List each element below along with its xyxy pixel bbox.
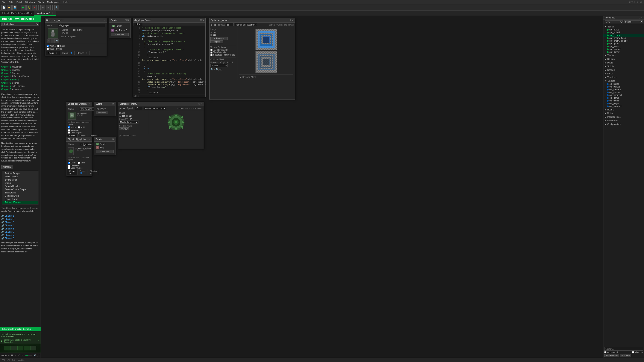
menu-edit[interactable]: Edit [9, 1, 13, 3]
default-select[interactable]: Default [624, 20, 643, 23]
obj-splatter-close[interactable]: ✕ [88, 138, 90, 141]
chapter-item-3[interactable]: Chapter 3 Enemies [1, 72, 39, 75]
tree-obj-bullet2[interactable]: obj_bullet2 [604, 85, 644, 88]
menu-compile-errors[interactable]: Compile Errors [2, 194, 38, 198]
link-ch1[interactable]: 🔗 Chapter 1 [1, 214, 39, 217]
video-progress-track[interactable] [25, 355, 32, 356]
events-expand-btn[interactable]: ⊞ [125, 19, 127, 22]
menu-source-control[interactable]: Source Control Output [2, 188, 38, 191]
next-frame-btn[interactable]: ⏭ [8, 354, 10, 357]
enemy-fps-select[interactable]: frames per second [144, 107, 166, 110]
view-select[interactable]: View [605, 20, 624, 23]
tree-notes-header[interactable]: ▶ Notes [604, 112, 644, 115]
splatter-physics-tab[interactable]: Physics ⚙ [88, 169, 99, 175]
splatter-step-event[interactable]: S Step [95, 146, 114, 149]
link-ch7[interactable]: 🔗 Chapter 7 [1, 234, 39, 237]
enemy-speed-input[interactable] [135, 107, 142, 110]
origin-select[interactable]: Top Left Middle Center [210, 64, 228, 67]
play-btn[interactable]: ▶ [5, 354, 7, 357]
tree-obj-camera[interactable]: obj_camera [604, 88, 644, 91]
tree-obj-game[interactable]: obj_game [604, 96, 644, 99]
obj-player-collapse[interactable]: ─ [101, 19, 102, 22]
link-ch4[interactable]: 🔗 Chapter 4 [1, 224, 39, 227]
enemy-origin-select[interactable]: Middle Center [119, 120, 138, 123]
tree-tilesets-header[interactable]: ▶ Tile Sets [604, 54, 644, 57]
find-prev-btn[interactable]: Find Previous [604, 354, 619, 357]
splatter-add-event-btn[interactable]: Add Event [96, 150, 114, 153]
sprite-enemy-header[interactable]: Sprite: spr_enemy ⊞ ✕ [118, 102, 204, 106]
weapon-events-close[interactable]: ✕ [112, 102, 114, 105]
zoom-in-icon[interactable]: 🔍+ [210, 68, 215, 71]
chapter-dropdown[interactable]: Introduction Chapter 1 - Movement Chapte… [1, 22, 39, 26]
menu-help[interactable]: Help [63, 1, 68, 3]
fps-select[interactable]: frames per second [235, 23, 258, 26]
tree-obj-bullet[interactable]: obj_bullet [604, 82, 644, 85]
zoom-fit-icon[interactable]: ⊡ [220, 68, 222, 71]
menu-syntax-errors[interactable]: Syntax Errors [2, 198, 38, 201]
obj-splatter-header[interactable]: Object: obj_splatter ✕ [66, 137, 92, 142]
obj-weapon-close[interactable]: ✕ [88, 102, 90, 105]
chapter-item-8[interactable]: Chapter 8 Avoidware [1, 88, 39, 91]
chapter-item-6[interactable]: Chapter 6 Sounds [1, 81, 39, 84]
tree-obj-enemy[interactable]: obj_enemy [604, 91, 644, 94]
parent-tab[interactable]: Parent 👤 [60, 51, 74, 55]
tree-scripts-header[interactable]: ▶ Scripts [604, 65, 644, 68]
find-input[interactable] [604, 347, 643, 351]
filter-tips-check[interactable]: Filter Tips [632, 351, 643, 354]
enemy-preview-btn[interactable]: Preview [119, 127, 129, 130]
anim-stop[interactable]: ⏹ [214, 23, 216, 26]
enemy-anim-play[interactable]: ▶ [120, 107, 122, 110]
tree-spr-player[interactable]: spr_player [604, 51, 644, 53]
code-editor-header[interactable]: obj_player Events ⊞ ✕ [133, 18, 206, 22]
anim-play[interactable]: ▶ [211, 23, 213, 26]
workspace-tab[interactable]: Workspace 1 + [34, 11, 56, 16]
enemy-anim-stop[interactable]: ⏹ [123, 107, 125, 110]
step-tab[interactable]: Step [134, 22, 143, 26]
sprite-slasher-close[interactable]: ✕ [292, 19, 294, 22]
create-event[interactable]: C Create [111, 24, 128, 28]
link-ch5[interactable]: 🔗 Chapter 5 [1, 227, 39, 230]
chapter-item-2[interactable]: Chapter 2 Shooting [1, 68, 39, 72]
code-editor-content[interactable]: 1// move open special weapon button 2if(… [133, 26, 206, 95]
obj-player-close[interactable]: ✕ [104, 19, 106, 22]
splatter-solid[interactable]: Solid [78, 162, 85, 164]
weapon-add-event-btn[interactable]: Add Event [96, 111, 108, 114]
chapter-item-4[interactable]: Chapter 4 Effects And Views [1, 75, 39, 78]
splatter-create-event[interactable]: C Create [95, 142, 114, 146]
edit-image-btn[interactable]: Edit Image [210, 37, 228, 40]
search-btn[interactable]: 🔍 [54, 5, 59, 10]
tree-spr-enemy[interactable]: spr_enemy [604, 34, 644, 37]
weapon-visible[interactable]: Visible [68, 126, 76, 128]
menu-texture-groups[interactable]: Texture Groups [2, 172, 38, 175]
tree-sprites-header[interactable]: ▼ Sprites [604, 25, 644, 28]
menu-file[interactable]: File [2, 1, 6, 3]
tree-extensions-header[interactable]: ▶ Extensions [604, 119, 644, 122]
prev-frame-btn[interactable]: ⏮ [1, 354, 4, 357]
tree-spr-bullet2[interactable]: spr_bullet2 [604, 31, 644, 34]
code-editor-close[interactable]: ✕ [202, 19, 204, 22]
tree-configurations-header[interactable]: ▶ Configurations [604, 123, 644, 126]
menu-tools[interactable]: Tools [38, 1, 44, 3]
tree-spr-jesus[interactable]: spr_jesus [604, 45, 644, 48]
add-event-btn[interactable]: Add Event [111, 33, 128, 36]
weapon-events-header[interactable]: Events ✕ [94, 102, 115, 106]
keypress-event[interactable]: K Key Press: 8 [110, 28, 130, 32]
tree-obj-menu[interactable]: obj_menu [604, 99, 644, 102]
tree-included-files-header[interactable]: ▶ Included Files [604, 115, 644, 119]
menu-marketplace[interactable]: Marketplace [47, 1, 60, 3]
volume-btn[interactable]: 🔊 [33, 354, 36, 357]
chapter-item-5[interactable]: Chapter 5 Scoring [1, 78, 39, 81]
menu-audio-groups[interactable]: Audio Groups [2, 175, 38, 178]
stop-btn[interactable]: ■ [32, 5, 37, 10]
tree-paths-header[interactable]: ▶ Paths [604, 61, 644, 64]
obj-player-header[interactable]: Object: obj_player ─ ✕ [45, 18, 107, 22]
solid-check[interactable]: Solid [57, 45, 65, 47]
tile-h-check[interactable]: Tile Horizontally [210, 49, 236, 51]
visible-check[interactable]: Visible [46, 45, 56, 47]
undo-btn[interactable]: ↩ [40, 5, 45, 10]
save-btn[interactable]: 💾 [12, 5, 17, 10]
stop-btn[interactable]: ⏹ [11, 354, 14, 357]
weapon-persistent[interactable]: Persistent [68, 129, 90, 131]
tree-timelines-header[interactable]: ▶ Timelines [604, 76, 644, 79]
workspace-tab-add[interactable]: + [52, 11, 54, 14]
